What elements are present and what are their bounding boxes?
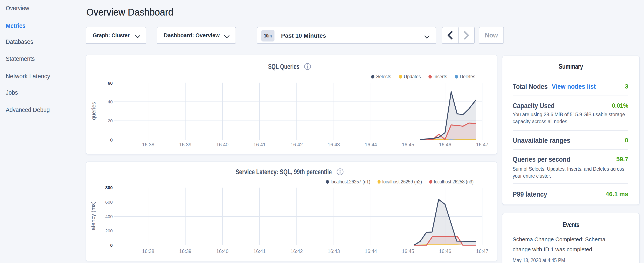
svg-text:400: 400 [105,214,113,219]
svg-text:16:40: 16:40 [216,142,228,147]
svg-text:16:39: 16:39 [179,142,192,147]
svg-text:16:45: 16:45 [402,142,414,147]
svg-text:0: 0 [110,137,113,142]
svg-text:40: 40 [108,99,113,104]
svg-text:800: 800 [105,185,113,190]
svg-text:16:41: 16:41 [254,248,266,254]
svg-text:16:46: 16:46 [439,248,451,254]
svg-text:16:47: 16:47 [476,142,488,147]
svg-text:16:43: 16:43 [328,142,340,147]
svg-text:16:38: 16:38 [142,248,154,254]
svg-text:16:46: 16:46 [439,142,451,147]
svg-text:16:40: 16:40 [216,248,228,254]
svg-text:20: 20 [108,118,113,123]
svg-text:16:47: 16:47 [476,248,488,254]
svg-text:200: 200 [105,228,113,233]
svg-text:16:41: 16:41 [254,142,266,147]
svg-text:16:43: 16:43 [328,248,340,254]
svg-text:16:39: 16:39 [179,248,192,254]
svg-text:16:38: 16:38 [142,142,154,147]
svg-text:queries: queries [90,102,97,120]
svg-text:16:44: 16:44 [365,142,377,147]
svg-text:600: 600 [105,200,113,204]
svg-text:16:44: 16:44 [365,248,377,254]
svg-text:latency (ms): latency (ms) [90,201,96,231]
svg-text:16:45: 16:45 [402,248,414,254]
svg-text:60: 60 [108,81,113,86]
svg-text:16:42: 16:42 [291,142,303,147]
svg-text:0: 0 [110,243,113,248]
svg-text:16:42: 16:42 [291,248,303,254]
